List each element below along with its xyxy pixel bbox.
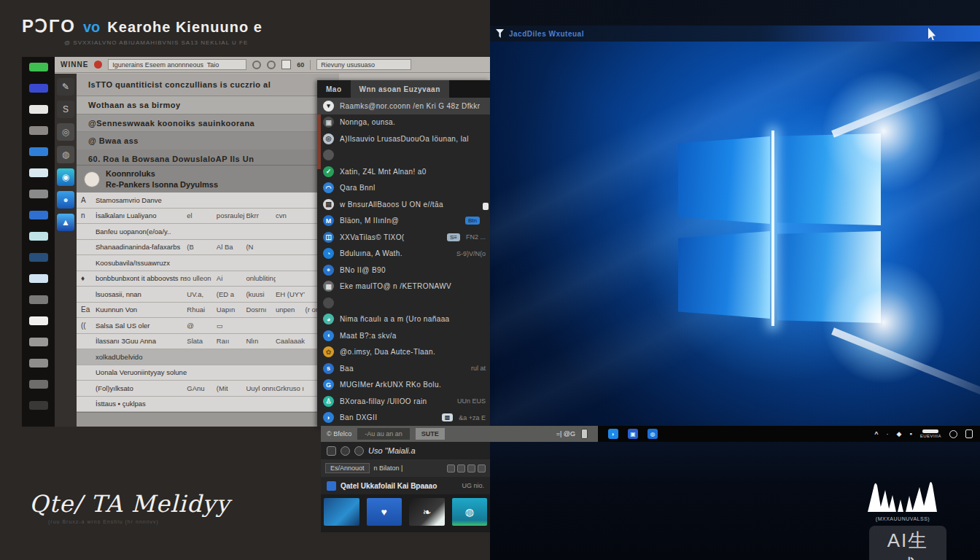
list-item[interactable]: Ea Kuunnun Von Rhuai Uapın Dosrnı unpen … (77, 303, 339, 319)
side-tool-icon[interactable]: ◉ (57, 168, 74, 186)
panel-square-icon[interactable] (327, 446, 336, 456)
phone-icon[interactable] (581, 429, 588, 439)
menu-label[interactable]: WINNE (61, 61, 88, 69)
rail-tool-icon[interactable] (29, 274, 48, 283)
list-item[interactable]: n İsalkalanı Lualiyano el posraulej Bkrr… (77, 209, 339, 225)
panel-box-button[interactable]: Es/Annouot (325, 463, 370, 473)
taskbar-app-icon[interactable]: ◗ (608, 429, 618, 439)
list-item[interactable]: Uonala Veruoniintyyay solune (77, 365, 339, 381)
side-tool-icon[interactable]: ◎ (57, 123, 74, 141)
context-menu-item[interactable]: ◫ XXVaTilas© TIXO( S≡ FN2 ... (317, 229, 490, 246)
tab-second[interactable]: Wnn asoan Euzyvaan (351, 80, 449, 98)
context-menu-item[interactable]: ▣ Nonnga, ounsa. (317, 114, 490, 131)
side-tool-icon[interactable]: ◍ (57, 146, 74, 163)
context-menu-item[interactable]: G MUGIMer ArkUNX RKo Bolu. (317, 377, 490, 394)
clock-icon[interactable] (949, 430, 957, 438)
rail-tool-icon[interactable] (29, 253, 48, 262)
rail-tool-icon[interactable] (29, 63, 48, 71)
panel-badge-icon[interactable] (478, 464, 486, 472)
context-menu-item[interactable]: ◎ A)Ilsauvio LrusasDuouOa Iöunan, lal (317, 131, 490, 147)
list-item[interactable]: A Stamosamvrio Danve (77, 192, 339, 209)
preview-thumbnail[interactable]: ❧ (409, 498, 445, 526)
context-menu-item[interactable]: ▦ Eke maulTO@ n /KETRONAWV (317, 279, 490, 295)
context-menu-item[interactable]: ◠ Qara Bnnl (317, 180, 490, 197)
window-titlebar[interactable]: JacdDiles Wxuteual (490, 26, 980, 42)
rail-tool-icon[interactable] (29, 168, 48, 177)
rail-tool-icon[interactable] (29, 316, 48, 325)
rail-tool-icon[interactable] (29, 380, 48, 389)
rail-tool-icon[interactable] (29, 147, 48, 156)
panel-badge-icon[interactable] (467, 464, 475, 472)
context-menu-item[interactable]: ◕ Nima ñcaulı a a m (Uro nañaaa (317, 311, 490, 328)
context-menu-item[interactable]: ◔ Bduluına, A Wath. S-9)V/N(o (317, 246, 490, 262)
context-menu-item[interactable]: M Bläon, M IIınIn@ Btn (317, 213, 490, 230)
context-menu-item[interactable]: ◗ Ban DXGII ▩ &a +za E (317, 410, 490, 427)
list-item[interactable]: ♦ bonbbunbxont it abboovsts nsulju o ull… (77, 271, 339, 287)
rail-tool-icon[interactable] (29, 232, 48, 241)
refresh-icon[interactable] (252, 61, 261, 69)
preview-thumbnail[interactable] (324, 498, 359, 526)
context-menu-item[interactable]: ✓ Xatin, Z4L Mnt Alnan! a0 (317, 163, 490, 180)
context-menu-item[interactable]: ● BNo II@ B90 (317, 262, 490, 279)
status-right[interactable]: =| @G (556, 430, 581, 438)
status-seg1[interactable]: © Bfelco (321, 430, 357, 438)
menu-row[interactable]: @ Bwaa ass (77, 132, 339, 150)
notification-icon[interactable] (965, 429, 973, 438)
list-item[interactable]: İlassanı 3Guu Anna Slata Raıı Nlın Caala… (77, 334, 339, 350)
preview-thumbnail[interactable]: ♥ (367, 498, 402, 526)
context-menu-item[interactable]: ▤ w BnsurAllBaoos U ON e//tāa (317, 196, 490, 213)
panel-badge-icon[interactable] (447, 464, 455, 472)
context-scroll-thumb[interactable] (483, 203, 489, 210)
language-indicator[interactable]: EUEVIIIA (920, 429, 941, 438)
side-tool-icon[interactable]: ✎ (57, 78, 74, 96)
rail-tool-icon[interactable] (29, 126, 48, 135)
rail-tool-icon[interactable] (29, 84, 48, 93)
rail-tool-icon[interactable] (29, 338, 48, 346)
side-tool-icon[interactable]: ▲ (57, 214, 74, 231)
context-menu-item[interactable]: ✿ @o.imsy, Dua Autce-Tlaan. (317, 344, 490, 361)
rail-tool-icon[interactable] (29, 105, 48, 114)
taskbar-app-icon[interactable]: ▣ (628, 429, 638, 439)
list-item[interactable]: İsttaus ▪ çuklpas (77, 397, 339, 413)
list-item[interactable]: (( Salsa Sal US oler @ ▭ (77, 318, 339, 334)
preview-thumbnail[interactable]: ◍ (452, 498, 488, 526)
selected-menu-item[interactable]: Koonnroluks Re-Pankers lsonna Dyyulmss (77, 165, 339, 192)
rail-tool-icon[interactable] (29, 401, 48, 410)
panel-toggle-icon[interactable] (281, 60, 291, 69)
list-item[interactable]: xolkadUbelvido (77, 349, 339, 365)
rail-tool-icon[interactable] (29, 359, 48, 368)
status-seg3[interactable]: SUTE (416, 428, 445, 440)
address-input[interactable] (316, 59, 411, 70)
context-menu-item[interactable] (317, 147, 490, 164)
record-icon[interactable] (94, 61, 102, 69)
search-input[interactable] (108, 59, 246, 70)
list-item[interactable]: (Fol)yılksato GAnu (Mit Uuyl onnud Grkru… (77, 381, 339, 397)
history-icon[interactable] (267, 61, 276, 69)
context-menu-item[interactable]: ▾ Raamks@nor.coonn /en Kri G 48z Dfkkm, … (317, 98, 490, 114)
menu-row[interactable]: Wothaan as sa birmoy (77, 96, 339, 114)
menu-row[interactable]: @Senneswwaak koonoiks sauinkoorana (77, 114, 339, 132)
taskbar-app-icon[interactable]: ◍ (648, 429, 658, 439)
desktop-wallpaper[interactable] (490, 42, 980, 426)
tray-chevron-icon[interactable]: ^ (874, 430, 878, 438)
side-tool-icon[interactable]: ● (57, 191, 74, 209)
side-tool-icon[interactable]: S (57, 101, 74, 118)
context-menu-item[interactable] (317, 295, 490, 311)
context-menu-item[interactable]: ◖ Maat B?:a skv/a (317, 327, 490, 344)
list-item[interactable]: Koosubavila/Issuawruzx (77, 255, 339, 271)
tray-shield-icon[interactable]: ◆ (897, 430, 902, 438)
list-item[interactable]: lsuosasii, nnan UV.a, (ED a (kuusi EH (U… (77, 287, 339, 303)
panel-circle-icon2[interactable] (354, 446, 364, 456)
rail-tool-icon[interactable] (29, 295, 48, 304)
context-menu-item[interactable]: ♙ BXoraa-fillay /UlIOO rain UUn EUS (317, 393, 490, 410)
tray-dot-icon[interactable]: · (887, 430, 889, 438)
panel-circle-icon[interactable] (341, 446, 350, 456)
context-menu-item[interactable]: s Baa rul at (317, 360, 490, 377)
list-item[interactable]: Shanaadinaninda-fafaxarbs (B Al Ba (N (77, 240, 339, 256)
tab-first[interactable]: Mao (317, 80, 351, 98)
rail-tool-icon[interactable] (29, 190, 48, 198)
status-seg2[interactable]: -Au au an an (357, 428, 410, 440)
panel-badge-icon[interactable] (457, 464, 465, 472)
rail-tool-icon[interactable] (29, 211, 48, 219)
list-item[interactable]: Banfeu uopanon(e/oa/y.. (77, 224, 339, 240)
